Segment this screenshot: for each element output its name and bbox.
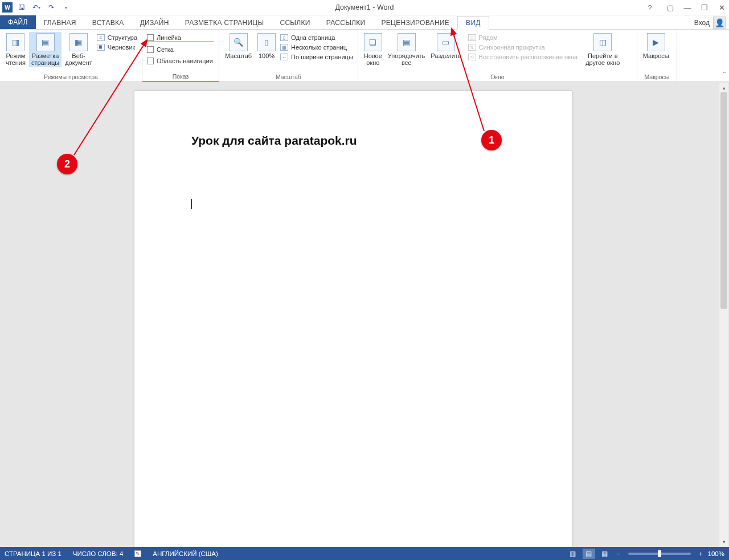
page-width-button[interactable]: ↔По ширине страницы	[279, 53, 354, 61]
group-document-views-label: Режимы просмотра	[3, 72, 138, 80]
signin-area[interactable]: Вход 👤	[694, 17, 726, 29]
zoom-level[interactable]: 100%	[708, 550, 724, 557]
zoom-in-button[interactable]: +	[697, 550, 705, 557]
scroll-up-button[interactable]: ▴	[719, 83, 728, 92]
tab-references[interactable]: ССЫЛКИ	[272, 17, 318, 29]
draft-view-button[interactable]: ≣Черновик	[96, 43, 138, 51]
group-zoom: 🔍 Масштаб ▯ 100% ▯Одна страница ▦Несколь…	[219, 30, 358, 81]
ribbon-display-options-button[interactable]: ▢	[665, 3, 675, 12]
web-layout-button[interactable]: ▦ Веб- документ	[63, 32, 95, 67]
page-100-icon: ▯	[257, 33, 276, 51]
group-macros-label: Макросы	[641, 72, 673, 80]
switch-windows-label: Перейти в другое окно	[585, 52, 620, 66]
tab-design[interactable]: ДИЗАЙН	[132, 17, 177, 29]
arrange-all-button[interactable]: ▤ Упорядочить все	[386, 32, 427, 67]
undo-button[interactable]: ↶▾	[31, 2, 42, 13]
macros-label: Макросы	[643, 52, 669, 59]
read-mode-button[interactable]: ▥ Режим чтения	[3, 32, 28, 67]
tab-review[interactable]: РЕЦЕНЗИРОВАНИЕ	[373, 17, 457, 29]
zoom-out-button[interactable]: −	[615, 550, 622, 557]
user-avatar-icon[interactable]: 👤	[713, 17, 726, 29]
page-icon: ▤	[36, 33, 55, 51]
checkbox-icon	[147, 34, 154, 41]
vertical-scrollbar[interactable]: ▴ ▾	[719, 83, 728, 546]
help-icon[interactable]: ?	[645, 3, 655, 12]
word-app-icon[interactable]: W	[2, 2, 13, 13]
save-button[interactable]: 🖫	[16, 2, 27, 13]
document-page[interactable]: Урок для сайта paratapok.ru	[134, 91, 572, 547]
sync-scroll-icon: ⇅	[468, 44, 476, 51]
one-page-button[interactable]: ▯Одна страница	[279, 34, 354, 42]
tab-view[interactable]: ВИД	[457, 16, 489, 30]
web-layout-label: Веб- документ	[65, 52, 92, 66]
signin-label[interactable]: Вход	[694, 19, 710, 27]
zoom-button[interactable]: 🔍 Масштаб	[223, 32, 254, 60]
restore-button[interactable]: ❐	[699, 3, 710, 12]
redo-button[interactable]: ↷	[46, 2, 57, 13]
collapse-ribbon-button[interactable]: ˆ	[723, 71, 726, 79]
zoom-label: Масштаб	[225, 52, 252, 59]
switch-windows-button[interactable]: ◫ Перейти в другое окно	[583, 32, 622, 67]
read-mode-label: Режим чтения	[6, 52, 26, 66]
outline-view-button[interactable]: ≡Структура	[96, 34, 138, 42]
title-bar: W 🖫 ↶▾ ↷ ▾ Документ1 - Word ? ▢ — ❐ ✕	[0, 0, 729, 15]
print-layout-label: Разметка страницы	[31, 52, 59, 66]
page-content[interactable]: Урок для сайта paratapok.ru	[134, 91, 572, 254]
synchronous-scrolling-button: ⇅Синхронная прокрутка	[467, 43, 579, 51]
globe-page-icon: ▦	[69, 33, 88, 51]
window-controls: ? ▢ — ❐ ✕	[645, 3, 727, 12]
tab-home[interactable]: ГЛАВНАЯ	[36, 17, 84, 29]
split-icon: ▭	[437, 33, 455, 51]
customize-qat-button[interactable]: ▾	[60, 2, 72, 13]
navigation-pane-checkbox[interactable]: Область навигации	[146, 57, 214, 65]
draft-icon: ≣	[97, 44, 105, 51]
zoom-100-label: 100%	[259, 52, 275, 59]
book-icon: ▥	[6, 33, 24, 51]
zoom-slider-handle[interactable]	[658, 550, 661, 557]
new-window-icon: ❏	[364, 33, 382, 51]
group-window-label: Окно	[362, 72, 633, 80]
document-heading-text[interactable]: Урок для сайта paratapok.ru	[191, 134, 515, 148]
page-width-icon: ↔	[280, 54, 288, 60]
one-page-label: Одна страница	[291, 34, 335, 41]
arrange-icon: ▤	[398, 33, 416, 51]
annotation-callout-2: 2	[57, 154, 77, 174]
close-button[interactable]: ✕	[716, 3, 727, 12]
zoom-slider[interactable]	[628, 553, 691, 555]
group-window: ❏ Новое окно ▤ Упорядочить все ▭ Раздели…	[358, 30, 637, 81]
minimize-button[interactable]: —	[682, 3, 693, 12]
macros-button[interactable]: ▶ Макросы	[641, 32, 671, 60]
new-window-button[interactable]: ❏ Новое окно	[362, 32, 384, 67]
group-zoom-label: Масштаб	[223, 72, 354, 80]
print-layout-view-button[interactable]: ▤	[583, 549, 595, 559]
tab-file[interactable]: ФАЙЛ	[0, 15, 36, 29]
status-word-count[interactable]: ЧИСЛО СЛОВ: 4	[73, 550, 123, 557]
status-page[interactable]: СТРАНИЦА 1 ИЗ 1	[5, 550, 62, 557]
text-cursor	[191, 199, 192, 209]
tab-page-layout[interactable]: РАЗМЕТКА СТРАНИЦЫ	[177, 17, 272, 29]
new-window-label: Новое окно	[364, 52, 382, 66]
multi-page-icon: ▦	[280, 44, 288, 51]
side-by-side-icon: ▯▯	[468, 34, 476, 41]
scroll-down-button[interactable]: ▾	[719, 537, 728, 546]
tab-insert[interactable]: ВСТАВКА	[84, 17, 132, 29]
group-show: Линейка Сетка Область навигации Показ	[142, 30, 219, 81]
draft-view-label: Черновик	[108, 44, 136, 51]
reset-window-position-button: ⟲Восстановить расположение окна	[467, 53, 579, 61]
arrange-all-label: Упорядочить все	[388, 52, 425, 66]
read-mode-view-button[interactable]: ▥	[567, 549, 579, 559]
synchronous-scrolling-label: Синхронная прокрутка	[479, 44, 545, 51]
magnifier-icon: 🔍	[230, 33, 248, 51]
print-layout-button[interactable]: ▤ Разметка страницы	[29, 32, 62, 67]
web-layout-view-button[interactable]: ▦	[599, 549, 611, 559]
tab-mailings[interactable]: РАССЫЛКИ	[318, 17, 374, 29]
multi-page-button[interactable]: ▦Несколько страниц	[279, 43, 354, 51]
gridlines-checkbox[interactable]: Сетка	[146, 46, 214, 54]
scroll-thumb[interactable]	[720, 92, 727, 309]
ruler-checkbox[interactable]: Линейка	[146, 34, 214, 42]
proofing-icon[interactable]: ✎	[134, 550, 141, 557]
split-button[interactable]: ▭ Разделить	[428, 32, 463, 60]
window-title: Документ1 - Word	[335, 3, 394, 11]
status-language[interactable]: АНГЛИЙСКИЙ (США)	[153, 550, 218, 557]
zoom-100-button[interactable]: ▯ 100%	[255, 32, 278, 60]
